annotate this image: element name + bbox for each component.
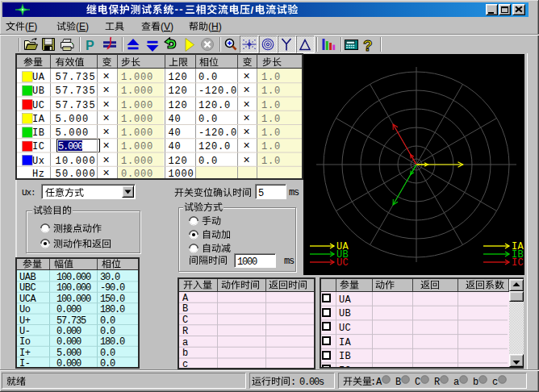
svg-text:UB: UB (32, 85, 44, 97)
svg-text:10.000: 10.000 (56, 156, 96, 167)
svg-text:(F): (F) (25, 21, 37, 32)
svg-text:B: B (395, 377, 401, 388)
svg-text:ms: ms (289, 187, 299, 198)
svg-text:1.0: 1.0 (261, 72, 281, 83)
svg-text:Hz: Hz (32, 169, 44, 180)
svg-text:A: A (182, 293, 189, 304)
svg-text:0.0: 0.0 (198, 72, 218, 83)
svg-text:ms: ms (284, 256, 295, 267)
svg-text:IB: IB (339, 351, 351, 362)
svg-text:57.735: 57.735 (56, 85, 96, 97)
svg-text:1.000: 1.000 (121, 114, 153, 125)
svg-text:×: × (244, 69, 250, 82)
svg-text:×: × (103, 69, 110, 82)
svg-text:120.0: 120.0 (198, 100, 231, 111)
svg-text:1.000: 1.000 (121, 127, 153, 139)
svg-text:×: × (103, 166, 110, 179)
svg-text:0.00s: 0.00s (299, 377, 324, 388)
svg-text:R: R (434, 377, 440, 388)
svg-text:IC: IC (512, 257, 524, 269)
svg-text:×: × (103, 139, 110, 152)
svg-text:b: b (473, 377, 478, 388)
svg-text:120.0: 120.0 (198, 141, 231, 152)
svg-text:I-: I- (19, 358, 31, 369)
svg-text:1.000: 1.000 (121, 156, 153, 167)
svg-text:5.000: 5.000 (56, 114, 90, 125)
svg-text:UC: UC (336, 257, 349, 269)
svg-text:1.0: 1.0 (261, 114, 281, 125)
svg-text:120: 120 (169, 85, 188, 97)
svg-text:P: P (86, 39, 94, 52)
svg-text:×: × (244, 139, 250, 152)
svg-text:1.000: 1.000 (121, 100, 153, 111)
svg-text:C: C (415, 377, 420, 388)
svg-text:UC: UC (339, 323, 351, 334)
svg-text:1000: 1000 (169, 169, 194, 180)
svg-text:40: 40 (169, 127, 182, 139)
svg-text:1.0: 1.0 (261, 100, 281, 111)
svg-text::: : (290, 377, 296, 388)
svg-text:×: × (244, 111, 250, 124)
svg-text:-120.0: -120.0 (198, 85, 237, 97)
svg-text:Ux:: Ux: (22, 188, 36, 198)
svg-text:/: / (251, 4, 254, 16)
svg-text:40: 40 (169, 114, 182, 125)
svg-text:UB: UB (339, 308, 351, 319)
svg-text:×: × (103, 98, 110, 111)
svg-text:1.0: 1.0 (261, 156, 281, 167)
svg-text:5: 5 (258, 188, 264, 199)
svg-text:0.000: 0.000 (56, 358, 81, 369)
svg-text:5.000: 5.000 (56, 127, 90, 139)
svg-text:×: × (103, 83, 110, 96)
svg-text:5.000: 5.000 (58, 141, 83, 152)
svg-text:-120.0: -120.0 (198, 127, 237, 139)
svg-text:IC: IC (32, 141, 44, 152)
svg-text:c: c (182, 359, 188, 370)
svg-text:1000: 1000 (237, 256, 257, 268)
svg-text:0.0: 0.0 (198, 156, 218, 167)
svg-text:120: 120 (169, 72, 188, 83)
svg-text:UA: UA (32, 72, 45, 83)
svg-text:×: × (244, 125, 250, 138)
svg-text:(E): (E) (76, 21, 89, 32)
svg-text:50.000: 50.000 (56, 169, 96, 180)
svg-text:1.000: 1.000 (121, 85, 153, 97)
svg-text:0.0: 0.0 (100, 358, 115, 369)
svg-text:×: × (244, 98, 250, 111)
svg-text:B: B (182, 303, 188, 315)
svg-text:40: 40 (169, 141, 182, 152)
svg-text:UA: UA (339, 294, 352, 306)
svg-text:57.735: 57.735 (56, 72, 96, 83)
svg-text:57.735: 57.735 (56, 100, 96, 111)
svg-text:?: ? (363, 37, 373, 54)
svg-text:1.0: 1.0 (261, 85, 281, 97)
svg-text:×: × (103, 125, 110, 138)
svg-text:UC: UC (32, 100, 44, 111)
svg-text:×: × (103, 153, 110, 166)
svg-text:IC: IC (339, 365, 351, 377)
svg-text:IA: IA (339, 337, 352, 348)
svg-text:IB: IB (32, 127, 44, 139)
svg-text:1.0: 1.0 (261, 127, 281, 139)
svg-text:0.0: 0.0 (198, 114, 218, 125)
svg-text:a: a (182, 337, 188, 348)
svg-text:×: × (244, 83, 250, 96)
svg-text:120: 120 (169, 100, 188, 111)
svg-text:c: c (492, 377, 498, 388)
svg-text:×: × (103, 111, 110, 124)
svg-text:0.000: 0.000 (121, 169, 153, 180)
svg-text:1.000: 1.000 (121, 141, 153, 152)
svg-text:120: 120 (169, 156, 188, 167)
svg-text:C: C (182, 315, 188, 326)
svg-text:a: a (453, 377, 459, 388)
svg-text:A: A (376, 377, 382, 388)
svg-text:1.0: 1.0 (261, 141, 281, 152)
svg-text:R: R (182, 326, 188, 337)
svg-text:×: × (244, 153, 250, 166)
svg-text:(V): (V) (161, 21, 173, 32)
svg-text:(H): (H) (208, 21, 222, 32)
svg-text:IA: IA (32, 114, 45, 125)
svg-text:b: b (182, 348, 188, 359)
svg-text:Ux: Ux (32, 156, 44, 167)
svg-text:--: -- (175, 3, 185, 15)
